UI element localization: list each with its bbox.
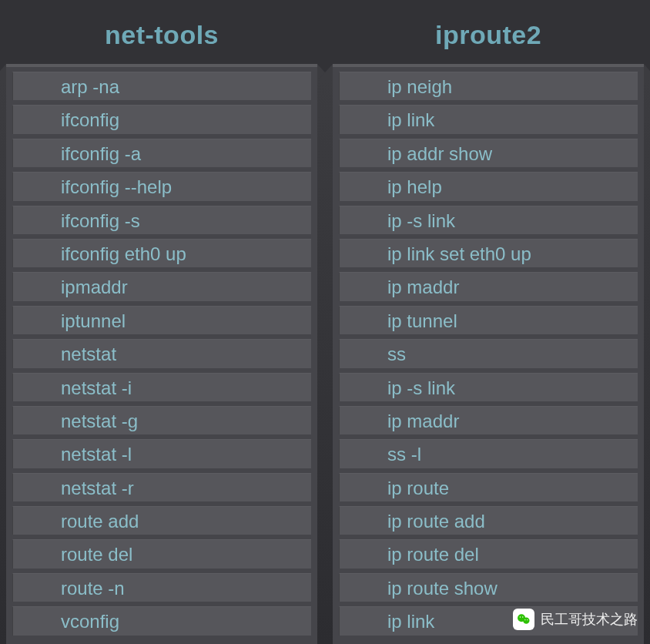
list-item: vconfig	[12, 606, 311, 635]
list-item: ifconfig	[12, 105, 311, 133]
command-list: arp -na ifconfig ifconfig -a ifconfig --…	[6, 67, 317, 636]
list-item: ip route	[339, 473, 638, 501]
column-title: iproute2	[333, 8, 644, 64]
svg-point-3	[522, 616, 524, 618]
svg-point-4	[524, 619, 525, 620]
comparison-columns: net-tools arp -na ifconfig ifconfig -a i…	[0, 0, 650, 644]
list-item: iptunnel	[12, 306, 311, 334]
list-item: ip addr show	[339, 139, 638, 167]
list-item: ip maddr	[339, 406, 638, 434]
list-item: ifconfig -s	[12, 206, 311, 234]
list-item: ip link	[339, 105, 638, 133]
svg-point-2	[520, 616, 521, 618]
list-item: netstat -i	[12, 373, 311, 401]
rack-side-left	[0, 79, 6, 644]
list-item: ip -s link	[339, 206, 638, 234]
command-list: ip neigh ip link ip addr show ip help ip…	[333, 67, 644, 636]
watermark-text: 民工哥技术之路	[541, 610, 638, 629]
rack-side-left	[319, 79, 333, 644]
list-item: ss	[339, 339, 638, 367]
list-item: ip help	[339, 172, 638, 200]
column-title: net-tools	[6, 8, 317, 64]
rack-side-right	[644, 79, 650, 644]
list-item: ifconfig -a	[12, 139, 311, 167]
svg-point-5	[527, 619, 528, 620]
list-item: ip route del	[339, 539, 638, 568]
wechat-icon	[513, 609, 534, 630]
list-item: arp -na	[12, 72, 311, 100]
list-item: ss -l	[339, 439, 638, 468]
list-item: netstat -r	[12, 473, 311, 501]
list-item: ip route add	[339, 506, 638, 535]
list-item: netstat	[12, 339, 311, 367]
list-item: ip tunnel	[339, 306, 638, 334]
list-item: ip -s link	[339, 373, 638, 401]
list-item: route -n	[12, 573, 311, 602]
list-item: route del	[12, 539, 311, 568]
list-item: ifconfig eth0 up	[12, 239, 311, 267]
column-iproute2: iproute2 ip neigh ip link ip addr show i…	[333, 8, 644, 644]
list-item: netstat -g	[12, 406, 311, 434]
svg-point-1	[523, 618, 529, 624]
watermark: 民工哥技术之路	[513, 609, 638, 630]
column-net-tools: net-tools arp -na ifconfig ifconfig -a i…	[6, 8, 317, 644]
list-item: ip neigh	[339, 72, 638, 100]
list-item: ip route show	[339, 573, 638, 602]
list-item: netstat -l	[12, 439, 311, 468]
list-item: ip maddr	[339, 272, 638, 300]
rack-box: ip neigh ip link ip addr show ip help ip…	[333, 64, 644, 644]
rack-box: arp -na ifconfig ifconfig -a ifconfig --…	[6, 64, 317, 644]
list-item: ip link set eth0 up	[339, 239, 638, 267]
list-item: ipmaddr	[12, 272, 311, 300]
list-item: route add	[12, 506, 311, 535]
list-item: ifconfig --help	[12, 172, 311, 200]
